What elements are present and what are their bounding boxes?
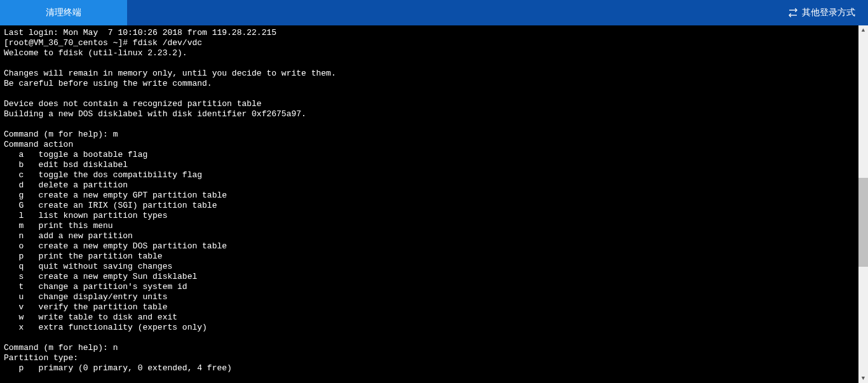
header-left: 清理终端 [0, 0, 127, 25]
other-login-label: 其他登录方式 [802, 7, 855, 18]
clear-terminal-label: 清理终端 [46, 7, 81, 18]
terminal-output[interactable]: Last login: Mon May 7 10:10:26 2018 from… [0, 25, 858, 383]
scroll-down-arrow[interactable]: ▼ [858, 373, 868, 383]
header-bar: 清理终端 其他登录方式 [0, 0, 868, 25]
terminal-wrapper: Last login: Mon May 7 10:10:26 2018 from… [0, 25, 868, 383]
other-login-button[interactable]: 其他登录方式 [788, 7, 868, 18]
clear-terminal-button[interactable]: 清理终端 [0, 0, 127, 25]
scrollbar-thumb[interactable] [858, 178, 868, 267]
scrollbar-track[interactable]: ▲ ▼ [858, 25, 868, 383]
switch-icon [788, 8, 798, 18]
scroll-up-arrow[interactable]: ▲ [858, 25, 868, 35]
